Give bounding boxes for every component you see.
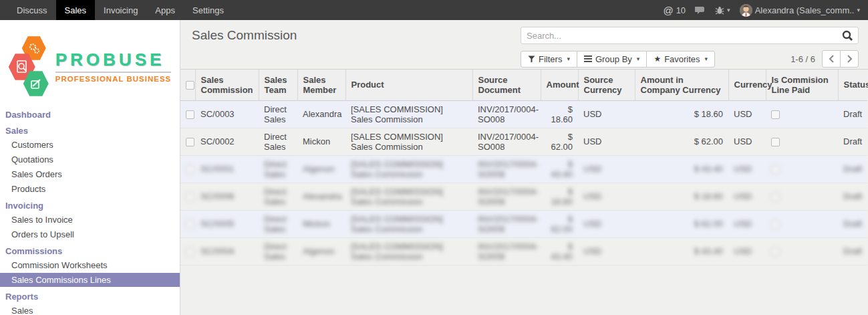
cell-amount[interactable]: $ 43.40 <box>541 155 578 183</box>
cell-sales-member[interactable]: Algenon <box>297 155 345 183</box>
cell-amount[interactable]: $ 62.00 <box>541 210 578 237</box>
cell-sales-commission[interactable]: SC/0006 <box>195 183 259 210</box>
sidebar-item-commission-worksheets[interactable]: Commission Worksheets <box>0 258 180 272</box>
cell-currency[interactable]: USD <box>728 100 766 128</box>
cell-sales-team[interactable]: Direct Sales <box>259 128 297 155</box>
cell-source-currency[interactable]: USD <box>578 100 635 128</box>
cell-status[interactable]: Draft <box>838 155 867 183</box>
sidebar-item-sales-orders[interactable]: Sales Orders <box>0 167 180 181</box>
cell-currency[interactable]: USD <box>728 183 766 210</box>
col-source-currency[interactable]: Source Currency <box>578 70 635 100</box>
cell-source-document[interactable]: INV/2017/0004-SO008 <box>472 155 541 183</box>
row-checkbox[interactable] <box>186 165 194 174</box>
topbar-menu-discuss[interactable]: Discuss <box>8 0 56 20</box>
cell-sales-member[interactable]: Alexandra <box>297 100 345 128</box>
cell-amount-company-currency[interactable]: $ 62.00 <box>635 210 728 237</box>
topbar-menu-settings[interactable]: Settings <box>184 0 233 20</box>
sidebar-item-customers[interactable]: Customers <box>0 138 180 152</box>
cell-currency[interactable]: USD <box>728 128 766 155</box>
sidebar-item-quotations[interactable]: Quotations <box>0 152 180 167</box>
table-row[interactable]: SC/0002Direct SalesMickon[SALES COMMISSI… <box>180 128 867 155</box>
paid-checkbox[interactable] <box>771 247 780 256</box>
sidebar-section-dashboard[interactable]: Dashboard <box>0 108 180 121</box>
row-checkbox[interactable] <box>186 138 194 146</box>
table-row[interactable]: SC/0001Direct SalesAlgenon[SALES COMMISS… <box>180 155 867 183</box>
cell-sales-team[interactable]: Direct Sales <box>259 210 297 237</box>
pager-next-button[interactable] <box>840 50 859 68</box>
cell-sales-member[interactable]: Mickon <box>297 128 345 155</box>
table-row[interactable]: SC/0006Direct SalesAlexandra[SALES COMMI… <box>180 183 867 210</box>
sidebar-section-reports[interactable]: Reports <box>0 290 180 303</box>
topbar-menu-apps[interactable]: Apps <box>146 0 184 20</box>
sidebar-item-sales[interactable]: Sales <box>0 304 180 315</box>
sidebar-item-orders-to-upsell[interactable]: Orders to Upsell <box>0 227 180 241</box>
col-is-commission-line-paid[interactable]: Is Commision Line Paid <box>766 70 838 100</box>
cell-product[interactable]: [SALES COMMISSION] Sales Commission <box>345 210 472 237</box>
cell-source-currency[interactable]: USD <box>578 210 635 237</box>
cell-amount[interactable]: $ 18.60 <box>541 183 578 210</box>
col-amount-company-currency[interactable]: Amount in Company Currency <box>635 70 728 100</box>
sidebar-item-sales-to-invoice[interactable]: Sales to Invoice <box>0 213 180 227</box>
sidebar-item-sales-commissions-lines[interactable]: Sales Commissions Lines <box>0 273 180 287</box>
user-menu[interactable]: Alexandra (Sales_comm.. ▾ <box>740 4 860 17</box>
cell-sales-team[interactable]: Direct Sales <box>259 100 297 128</box>
col-sales-commission[interactable]: Sales Commission <box>195 70 259 100</box>
col-source-document[interactable]: Source Document <box>472 70 541 100</box>
group-by-button[interactable]: Group By ▾ <box>577 51 647 68</box>
cell-source-document[interactable]: INV/2017/0004-SO008 <box>472 237 541 265</box>
cell-sales-commission[interactable]: SC/0004 <box>195 237 259 265</box>
paid-checkbox[interactable] <box>771 220 780 229</box>
filters-button[interactable]: Filters ▾ <box>521 51 577 68</box>
cell-amount-company-currency[interactable]: $ 18.60 <box>635 100 728 128</box>
search-icon[interactable] <box>842 30 853 41</box>
cell-amount-company-currency[interactable]: $ 43.40 <box>635 237 728 265</box>
sidebar-section-commissions[interactable]: Commissions <box>0 245 180 257</box>
cell-source-currency[interactable]: USD <box>578 128 635 155</box>
cell-status[interactable]: Draft <box>838 210 867 237</box>
mentions-counter[interactable]: @ 10 <box>663 5 686 16</box>
search-input[interactable] <box>521 31 842 41</box>
cell-product[interactable]: [SALES COMMISSION] Sales Commission <box>345 183 472 210</box>
cell-sales-commission[interactable]: SC/0005 <box>195 210 259 237</box>
cell-sales-team[interactable]: Direct Sales <box>259 155 297 183</box>
cell-source-document[interactable]: INV/2017/0004-SO008 <box>472 100 541 128</box>
cell-sales-team[interactable]: Direct Sales <box>259 237 297 265</box>
messages-button[interactable] <box>695 6 706 15</box>
cell-product[interactable]: [SALES COMMISSION] Sales Commission <box>345 100 472 128</box>
col-product[interactable]: Product <box>345 70 472 100</box>
cell-amount-company-currency[interactable]: $ 18.60 <box>635 183 728 210</box>
cell-product[interactable]: [SALES COMMISSION] Sales Commission <box>345 237 472 265</box>
col-currency[interactable]: Currency <box>728 70 766 100</box>
cell-source-document[interactable]: INV/2017/0004-SO008 <box>472 210 541 237</box>
cell-product[interactable]: [SALES COMMISSION] Sales Commission <box>345 155 472 183</box>
cell-status[interactable]: Draft <box>838 183 867 210</box>
col-status[interactable]: Status <box>838 70 867 100</box>
table-row[interactable]: SC/0004Direct SalesAlgenon[SALES COMMISS… <box>180 237 867 265</box>
cell-source-currency[interactable]: USD <box>578 183 635 210</box>
sidebar-section-invoicing[interactable]: Invoicing <box>0 199 180 212</box>
cell-amount[interactable]: $ 18.60 <box>541 100 578 128</box>
cell-sales-commission[interactable]: SC/0003 <box>195 100 259 128</box>
cell-status[interactable]: Draft <box>838 100 867 128</box>
cell-source-document[interactable]: INV/2017/0004-SO008 <box>472 183 541 210</box>
cell-source-document[interactable]: INV/2017/0004-SO008 <box>472 128 541 155</box>
cell-amount[interactable]: $ 62.00 <box>541 128 578 155</box>
pager-previous-button[interactable] <box>822 50 841 68</box>
cell-source-currency[interactable]: USD <box>578 155 635 183</box>
row-checkbox[interactable] <box>186 110 194 119</box>
row-checkbox[interactable] <box>186 220 194 229</box>
favorites-button[interactable]: ★ Favorites ▾ <box>646 51 715 68</box>
cell-amount-company-currency[interactable]: $ 62.00 <box>635 128 728 155</box>
cell-product[interactable]: [SALES COMMISSION] Sales Commission <box>345 128 472 155</box>
cell-currency[interactable]: USD <box>728 210 766 237</box>
cell-amount[interactable]: $ 43.40 <box>541 237 578 265</box>
row-checkbox[interactable] <box>186 193 194 201</box>
paid-checkbox[interactable] <box>771 138 780 146</box>
cell-sales-team[interactable]: Direct Sales <box>259 183 297 210</box>
cell-currency[interactable]: USD <box>728 237 766 265</box>
paid-checkbox[interactable] <box>771 110 780 119</box>
cell-sales-member[interactable]: Mickon <box>297 210 345 237</box>
cell-source-currency[interactable]: USD <box>578 237 635 265</box>
cell-sales-commission[interactable]: SC/0001 <box>195 155 259 183</box>
col-sales-member[interactable]: Sales Member <box>297 70 345 100</box>
